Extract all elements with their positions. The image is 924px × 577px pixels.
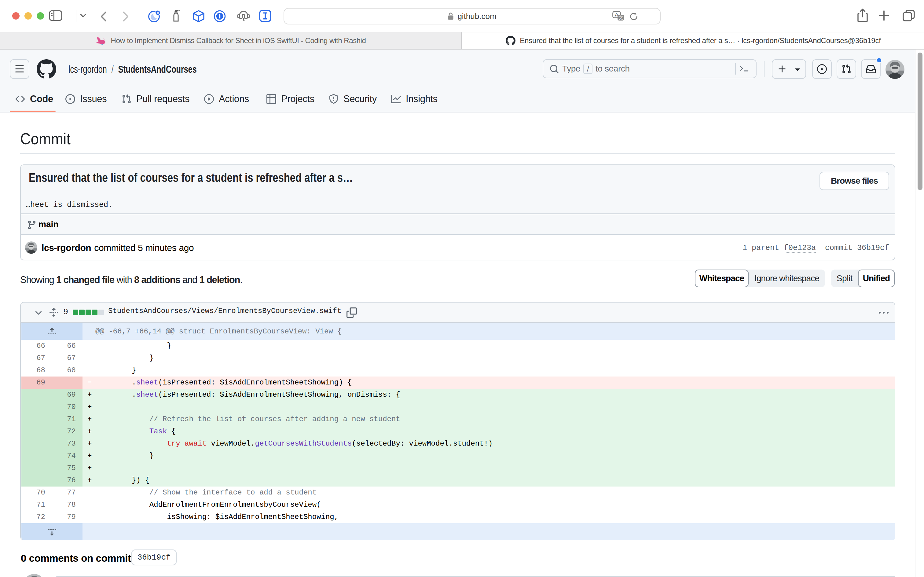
svg-text:文: 文 xyxy=(618,15,623,20)
